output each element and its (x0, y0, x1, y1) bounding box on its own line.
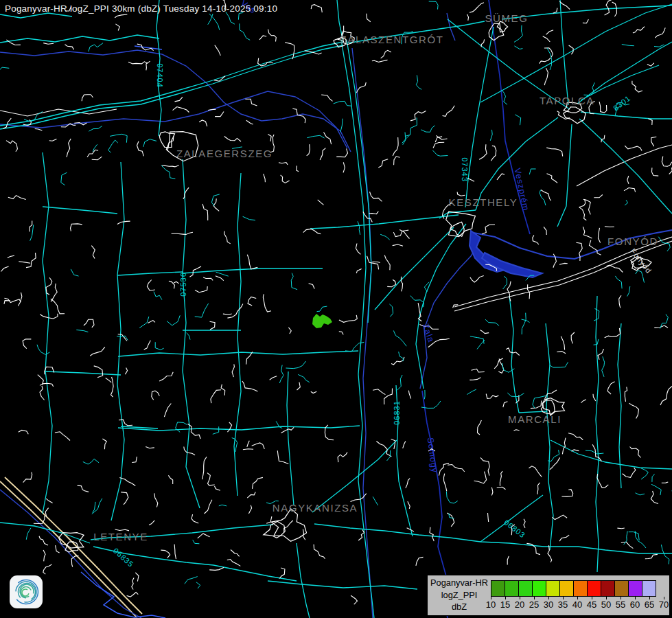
city-label: NAGYKANIZSA (273, 502, 358, 514)
legend-unit: dbZ (429, 601, 489, 613)
legend-tick-label: 20 (515, 599, 524, 610)
legend-color-cell (559, 580, 574, 597)
legend-station: Poganyvar-HR (429, 577, 489, 589)
radar-logo (9, 575, 43, 609)
legend-tick-label: 50 (601, 599, 611, 610)
legend-color-cell (587, 580, 601, 597)
road-number-label: 06831 (393, 400, 401, 425)
legend-tick-label: 45 (587, 599, 596, 610)
road-number-label: 07343 (461, 157, 469, 182)
road-number-label: 06803 (502, 518, 526, 539)
legend-color-cell (532, 580, 546, 597)
legend-color-cell (546, 580, 560, 597)
dbz-legend: Poganyvar-HR logZ_PPI dbZ 10152025303540… (427, 575, 670, 616)
legend-tick-label: 70 (659, 599, 669, 610)
city-label: TAPOLCA (540, 95, 594, 106)
road-number-label: Fonyód (629, 247, 653, 275)
county-name-label: Somogy (426, 437, 439, 473)
radar-title: Poganyvar-HR logZ_PPI 30km (dbZ) Tuesday… (5, 3, 277, 14)
road-number-label: 8301 (612, 94, 632, 113)
legend-tick-label: 60 (630, 599, 640, 610)
legend-tick-label: 40 (572, 599, 582, 610)
legend-product: logZ_PPI (429, 589, 489, 602)
legend-tick-label: 35 (558, 599, 568, 610)
legend-tick-label: 65 (645, 599, 654, 610)
legend-color-cell (573, 580, 588, 597)
city-label: ZALAEGERSZEG (176, 148, 273, 159)
radar-map-stage: SÜMEGZALASZENTGRÓTTAPOLCAZALAEGERSZEGKES… (0, 0, 672, 618)
city-label: FONYÓD (607, 236, 658, 247)
legend-color-cell (614, 580, 629, 597)
legend-color-cell (491, 580, 505, 597)
legend-tick-label: 15 (500, 599, 510, 610)
road-number-label: 06835 (112, 547, 135, 569)
county-name-label: Veszprém (513, 167, 531, 211)
legend-color-cell (601, 580, 615, 597)
city-label: LETENYE (93, 531, 148, 542)
city-label: MARCALI (508, 413, 561, 425)
city-label: SÜMEG (485, 12, 528, 24)
legend-color-cell (518, 580, 533, 597)
legend-color-cell (642, 580, 656, 597)
city-label: ZALASZENTGRÓT (340, 34, 444, 45)
legend-color-cell (505, 580, 519, 597)
map-label-layer: SÜMEGZALASZENTGRÓTTAPOLCAZALAEGERSZEGKES… (0, 0, 672, 618)
county-name-label: Zala (421, 322, 437, 343)
legend-color-cell (628, 580, 642, 597)
legend-color-scale (491, 580, 656, 597)
legend-tick-label: 10 (486, 599, 496, 610)
road-number-label: 07536 (179, 272, 187, 297)
road-number-label: 07404 (156, 63, 164, 88)
legend-caption: Poganyvar-HR logZ_PPI dbZ (429, 577, 489, 613)
city-label: KESZTHELY (449, 196, 518, 208)
legend-tick-label: 25 (529, 599, 539, 610)
legend-tick-label: 55 (616, 599, 625, 610)
legend-tick-label: 30 (544, 599, 553, 610)
